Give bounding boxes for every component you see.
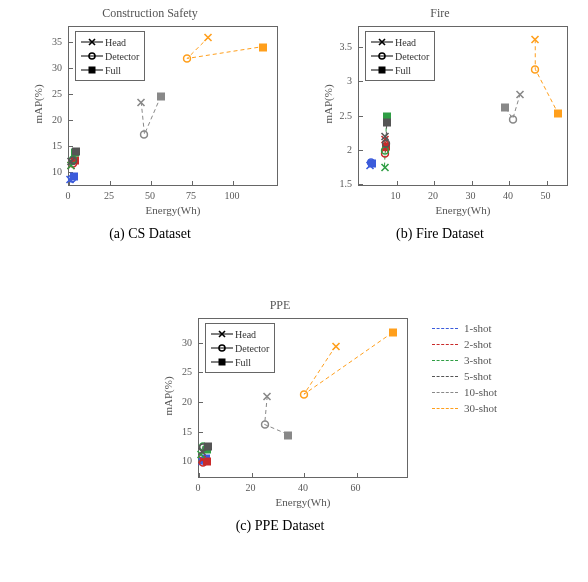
marker-legend-label: Full [235, 357, 251, 368]
x-axis-label: Energy(Wh) [358, 204, 568, 216]
shot-legend-item: 2-shot [432, 336, 497, 352]
data-point [183, 49, 192, 67]
y-tick-label: 10 [34, 165, 62, 176]
x-tick-label: 50 [145, 190, 155, 201]
marker-legend-label: Head [395, 37, 416, 48]
chart-title: PPE [140, 298, 420, 313]
data-point [156, 87, 165, 105]
y-tick-label: 2 [324, 143, 352, 154]
svg-point-91 [301, 391, 308, 398]
marker-legend-item: Full [211, 355, 269, 369]
marker-legend-label: Full [395, 65, 411, 76]
marker-legend-label: Detector [235, 343, 269, 354]
x-tick-label: 20 [246, 482, 256, 493]
x-tick-label: 40 [298, 482, 308, 493]
svg-point-4 [89, 53, 95, 59]
x-tick-label: 25 [104, 190, 114, 201]
x-tick-label: 30 [466, 190, 476, 201]
chart-ppe: PPEHeadDetectorFull02040601015202530Ener… [140, 300, 420, 530]
shot-legend-label: 10-shot [464, 386, 497, 398]
shot-legend-label: 30-shot [464, 402, 497, 414]
shot-legend-label: 1-shot [464, 322, 492, 334]
y-tick-label: 1.5 [324, 177, 352, 188]
y-tick-label: 35 [34, 36, 62, 47]
data-point [380, 158, 389, 176]
x-tick-label: 20 [428, 190, 438, 201]
svg-point-29 [184, 55, 191, 62]
marker-legend-item: Detector [371, 49, 429, 63]
marker-legend: HeadDetectorFull [205, 323, 275, 373]
svg-point-87 [261, 421, 268, 428]
y-axis-label: mAP(%) [32, 74, 44, 134]
chart-title: Fire [300, 6, 580, 21]
marker-legend-item: Full [81, 63, 139, 77]
chart-cs: Construction SafetyHeadDetectorFull02550… [10, 8, 290, 238]
shot-legend-item: 5-shot [432, 368, 497, 384]
x-tick-label: 10 [391, 190, 401, 201]
data-point [531, 60, 540, 78]
marker-legend-label: Head [235, 329, 256, 340]
marker-legend-label: Full [105, 65, 121, 76]
x-axis-label: Energy(Wh) [198, 496, 408, 508]
svg-rect-30 [259, 44, 266, 51]
marker-legend-label: Head [105, 37, 126, 48]
svg-rect-88 [285, 432, 292, 439]
svg-point-66 [219, 345, 225, 351]
data-point [204, 28, 213, 46]
shot-legend-label: 3-shot [464, 354, 492, 366]
y-tick-label: 3.5 [324, 41, 352, 52]
x-tick-label: 50 [541, 190, 551, 201]
marker-legend-item: Head [211, 327, 269, 341]
svg-rect-37 [379, 67, 385, 73]
svg-rect-26 [157, 93, 164, 100]
y-axis-label: mAP(%) [162, 366, 174, 426]
marker-legend-item: Head [371, 35, 429, 49]
svg-rect-41 [368, 160, 375, 167]
data-point [300, 385, 309, 403]
x-tick-label: 0 [66, 190, 71, 201]
marker-legend-item: Detector [81, 49, 139, 63]
plot-area: HeadDetectorFull [358, 26, 568, 186]
svg-rect-68 [219, 359, 225, 365]
y-axis-label: mAP(%) [322, 74, 334, 134]
data-point [331, 337, 340, 355]
x-tick-label: 75 [186, 190, 196, 201]
y-tick-label: 10 [164, 455, 192, 466]
data-point [258, 38, 267, 56]
chart-caption: (c) PPE Dataset [140, 518, 420, 534]
shot-legend-item: 10-shot [432, 384, 497, 400]
data-point [137, 93, 146, 111]
shot-legend-item: 1-shot [432, 320, 497, 336]
data-point [367, 154, 376, 172]
data-point [382, 113, 391, 131]
shot-legend: 1-shot 2-shot 3-shot 5-shot 10-shot 30-s… [432, 320, 497, 416]
svg-point-35 [379, 53, 385, 59]
svg-rect-57 [502, 104, 509, 111]
data-point [501, 98, 510, 116]
y-tick-label: 15 [34, 139, 62, 150]
x-tick-label: 40 [503, 190, 513, 201]
shot-legend-label: 5-shot [464, 370, 492, 382]
chart-fire: FireHeadDetectorFull10203040501.522.533.… [300, 8, 580, 238]
data-point [382, 134, 391, 152]
svg-rect-53 [383, 119, 390, 126]
data-point [389, 323, 398, 341]
svg-point-60 [532, 66, 539, 73]
data-point [284, 426, 293, 444]
data-point [260, 415, 269, 433]
marker-legend-item: Detector [211, 341, 269, 355]
data-point [553, 104, 562, 122]
x-tick-label: 60 [351, 482, 361, 493]
marker-legend: HeadDetectorFull [75, 31, 145, 81]
chart-title: Construction Safety [10, 6, 290, 21]
shot-legend-item: 30-shot [432, 400, 497, 416]
y-tick-label: 30 [34, 62, 62, 73]
svg-rect-92 [390, 329, 397, 336]
svg-point-52 [383, 140, 390, 147]
svg-rect-22 [73, 148, 80, 155]
data-point [531, 30, 540, 48]
marker-legend-label: Detector [105, 51, 139, 62]
data-point [140, 125, 149, 143]
data-point [204, 437, 213, 455]
x-axis-label: Energy(Wh) [68, 204, 278, 216]
